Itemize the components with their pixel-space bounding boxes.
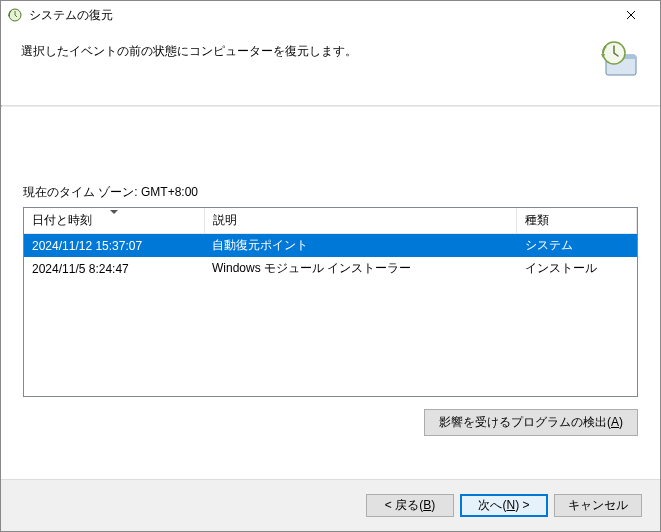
close-button[interactable] — [614, 1, 654, 29]
col-header-type[interactable]: 種類 — [517, 208, 637, 234]
restore-clock-icon — [598, 37, 642, 81]
timezone-label: 現在のタイム ゾーン: GMT+8:00 — [23, 184, 638, 201]
table-row-empty — [24, 370, 637, 388]
table-row[interactable]: 2024/11/12 15:37:07自動復元ポイントシステム — [24, 234, 637, 258]
cell-desc: Windows モジュール インストーラー — [204, 257, 517, 280]
table-row-empty — [24, 334, 637, 352]
restore-points-table[interactable]: 日付と時刻 説明 種類 2024/11/12 15:37:07自動復元ポイントシ… — [23, 207, 638, 397]
system-restore-window: システムの復元 選択したイベントの前の状態にコンピューターを復元します。 現在の… — [0, 0, 661, 532]
table-header-row: 日付と時刻 説明 種類 — [24, 208, 637, 234]
cell-date: 2024/11/5 8:24:47 — [24, 257, 204, 280]
scan-affected-button[interactable]: 影響を受けるプログラムの検出(A) — [424, 409, 638, 436]
content-area: 現在のタイム ゾーン: GMT+8:00 日付と時刻 説明 種類 2024/11… — [1, 107, 660, 479]
close-icon — [626, 10, 636, 20]
cancel-button[interactable]: キャンセル — [554, 494, 642, 517]
cell-type: インストール — [517, 257, 637, 280]
cell-date: 2024/11/12 15:37:07 — [24, 234, 204, 258]
table-row-empty — [24, 298, 637, 316]
col-header-desc[interactable]: 説明 — [204, 208, 517, 234]
table-row-empty — [24, 316, 637, 334]
cell-desc: 自動復元ポイント — [204, 234, 517, 258]
table-row-empty — [24, 280, 637, 298]
titlebar-title: システムの復元 — [29, 7, 614, 24]
table-row[interactable]: 2024/11/5 8:24:47Windows モジュール インストーラーイン… — [24, 257, 637, 280]
table-row-empty — [24, 352, 637, 370]
header-instruction: 選択したイベントの前の状態にコンピューターを復元します。 — [21, 43, 640, 60]
cell-type: システム — [517, 234, 637, 258]
titlebar: システムの復元 — [1, 1, 660, 29]
system-restore-icon — [7, 7, 23, 23]
col-header-date[interactable]: 日付と時刻 — [24, 208, 204, 234]
wizard-footer: < 戻る(B) 次へ(N) > キャンセル — [1, 479, 660, 531]
header-area: 選択したイベントの前の状態にコンピューターを復元します。 — [1, 29, 660, 105]
next-button[interactable]: 次へ(N) > — [460, 494, 548, 517]
back-button[interactable]: < 戻る(B) — [366, 494, 454, 517]
table-row-empty — [24, 388, 637, 397]
